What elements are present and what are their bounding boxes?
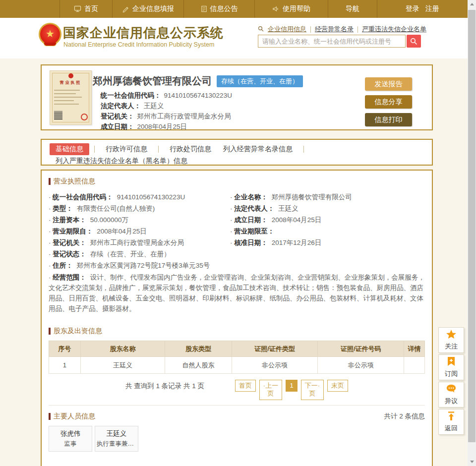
field-establish-date: 成立日期：2008年04月25日 — [101, 121, 232, 132]
search-icon — [258, 26, 264, 33]
last-page-button[interactable]: 末页 — [327, 380, 348, 392]
license-text-line — [54, 90, 80, 91]
monitor-icon — [74, 5, 81, 12]
field-term-from: 营业期限自：2008年04月25日 — [49, 226, 230, 237]
field-legal-rep: 法定代表人：王廷义 — [101, 101, 232, 111]
search-button[interactable] — [407, 35, 421, 48]
cell-certificate-type: 非公示项 — [232, 357, 318, 374]
register-link[interactable]: 注册 — [425, 4, 439, 13]
field-legal-rep: 法定代表人：王廷义 — [230, 203, 425, 214]
license-title: 营业执照 — [50, 80, 91, 85]
section-title-shareholders: 股东及出资信息 — [49, 327, 425, 336]
field-approval-date: 核准日期：2017年12月26日 — [230, 237, 425, 248]
cell-details — [404, 357, 425, 374]
nav-spacer — [0, 0, 60, 18]
personnel-count: 共计 2 条信息 — [384, 412, 425, 421]
personnel-cards: 张虎伟 监事 王廷义 执行董事兼总... — [49, 426, 425, 452]
first-page-button[interactable]: 首页 — [235, 380, 256, 392]
national-emblem-logo: ★ — [39, 23, 61, 46]
prev-page-button[interactable]: ·上一页 — [259, 380, 282, 400]
link-abnormal-operations-list[interactable]: 经营异常名录 — [315, 25, 354, 34]
person-name: 张虎伟 — [51, 429, 90, 438]
table-row: 1 王廷义 自然人股东 非公示项 非公示项 — [49, 357, 425, 374]
pager: 首页 ·上一页 1 下一·页 末页 — [235, 380, 348, 400]
tab-blacklist-info[interactable]: 列入严重违法失信企业名单（黑名单）信息 — [50, 155, 193, 167]
pagination-area: 共 查询到 1 条记录 共 1 页 首页 ·上一页 1 下一·页 末页 — [49, 380, 425, 406]
col-certificate-type: 证照/证件类型 — [232, 341, 318, 357]
field-registered-capital: 注册资本：50.000000万 — [49, 214, 230, 226]
divider — [303, 146, 304, 153]
person-name: 王廷义 — [97, 429, 136, 438]
tab-admin-license-info[interactable]: 行政许可信息 — [100, 143, 153, 155]
field-company-name: 企业名称：郑州厚德餐饮管理有限公司 — [230, 191, 425, 203]
field-company-type: 类型：有限责任公司(自然人独资) — [49, 203, 230, 214]
nav-item-label: 信息公告 — [210, 4, 238, 13]
section-title-business-license: 营业执照信息 — [49, 177, 425, 186]
person-role: 监事 — [51, 440, 90, 448]
nav-item-label: 使用帮助 — [283, 4, 310, 13]
basic-info-content: 营业执照信息 统一社会信用代码：91410105674130223U 企业名称：… — [41, 170, 433, 466]
login-link[interactable]: 登录 — [406, 4, 419, 13]
link-enterprise-credit-info[interactable]: 企业信用信息 — [268, 25, 306, 34]
search-input[interactable] — [258, 35, 406, 48]
person-card[interactable]: 王廷义 执行董事兼总... — [95, 426, 138, 452]
nav-login-area: 登录 注册 — [377, 0, 468, 18]
divider — [357, 26, 358, 33]
col-details: 详情 — [404, 341, 425, 357]
send-report-button[interactable]: 发送报告 — [365, 77, 412, 91]
subscribe-button[interactable]: 订阅 — [438, 354, 464, 380]
person-role: 执行董事兼总... — [97, 440, 136, 448]
section-tabs: 基础信息 行政许可信息 行政处罚信息 列入经营异常名录信息 列入严重违法失信企业… — [41, 139, 433, 166]
company-key-fields: 统一社会信用代码：91410105674130223U 法定代表人：王廷义 登记… — [101, 90, 232, 132]
scrollbar[interactable] — [468, 0, 476, 466]
speaker-icon — [272, 5, 280, 12]
link-serious-violation-list[interactable]: 严重违法失信企业名单 — [362, 25, 426, 34]
license-text-line — [54, 104, 79, 105]
license-text-line — [54, 93, 76, 94]
top-nav: 首页 企业信息填报 信息公告 使用帮助 导航 登录 注册 — [0, 0, 468, 18]
tab-admin-penalty-info[interactable]: 行政处罚信息 — [164, 143, 217, 155]
nav-item-announcements[interactable]: 信息公告 — [183, 0, 254, 18]
divider — [310, 26, 311, 33]
nav-item-help[interactable]: 使用帮助 — [254, 0, 328, 18]
divider — [94, 146, 95, 153]
field-registration-authority: 登记机关：郑州市工商行政管理局金水分局 — [101, 111, 232, 121]
back-to-top-button[interactable]: 返回 — [438, 409, 464, 435]
current-page-button[interactable]: 1 — [286, 380, 298, 392]
nav-item-label: 导航 — [346, 4, 359, 13]
site-header: ★ 国家企业信用信息公示系统 National Enterprise Credi… — [0, 18, 468, 58]
col-shareholder-type: 股东类型 — [165, 341, 232, 357]
license-fields-grid: 统一社会信用代码：91410105674130223U 企业名称：郑州厚德餐饮管… — [49, 191, 425, 314]
next-page-button[interactable]: 下一·页 — [301, 380, 324, 400]
person-card[interactable]: 张虎伟 监事 — [49, 426, 92, 452]
shareholders-table: 序号 股东名称 股东类型 证照/证件类型 证照/证件号码 详情 1 王廷义 自然… — [49, 341, 425, 374]
company-summary-card: 营业执照 郑州厚德餐饮管理有限公司 存续（在营、开业、在册） 统一社会信用代码：… — [41, 64, 433, 130]
objection-button[interactable]: 异议 — [438, 382, 464, 408]
follow-button[interactable]: 关注 — [438, 327, 464, 353]
pen-icon — [122, 5, 129, 12]
scrollbar-down-arrow[interactable] — [468, 458, 476, 466]
star-icon — [446, 329, 457, 341]
nav-item-navigation[interactable]: 导航 — [328, 0, 377, 18]
field-registration-authority: 登记机关：郑州市工商行政管理局金水分局 — [49, 237, 230, 248]
table-header-row: 序号 股东名称 股东类型 证照/证件类型 证照/证件号码 详情 — [49, 341, 425, 357]
star-glyph: ★ — [46, 29, 55, 39]
nav-item-home[interactable]: 首页 — [60, 0, 112, 18]
tab-basic-info[interactable]: 基础信息 — [50, 143, 89, 155]
field-address: 住所：郑州市金水区黄河路72号院17号楼3单元35号 — [49, 260, 425, 271]
tab-abnormal-list-info[interactable]: 列入经营异常名录信息 — [217, 143, 298, 155]
license-text-line — [54, 97, 82, 98]
cell-shareholder-name: 王廷义 — [80, 357, 165, 374]
col-certificate-number: 证照/证件号码 — [318, 341, 404, 357]
status-badge: 存续（在营、开业、在册） — [217, 75, 303, 87]
col-index: 序号 — [49, 341, 81, 357]
business-license-thumbnail[interactable]: 营业执照 — [50, 70, 92, 125]
info-share-button[interactable]: 信息分享 — [365, 95, 412, 109]
cell-index: 1 — [49, 357, 81, 374]
info-print-button[interactable]: 信息打印 — [365, 113, 412, 126]
nav-item-enterprise-fill[interactable]: 企业信息填报 — [112, 0, 183, 18]
site-subtitle: National Enterprise Credit Information P… — [63, 41, 214, 48]
license-text-line — [54, 100, 74, 101]
scrollbar-thumb[interactable] — [468, 10, 476, 442]
scrollbar-up-arrow[interactable] — [468, 0, 476, 8]
